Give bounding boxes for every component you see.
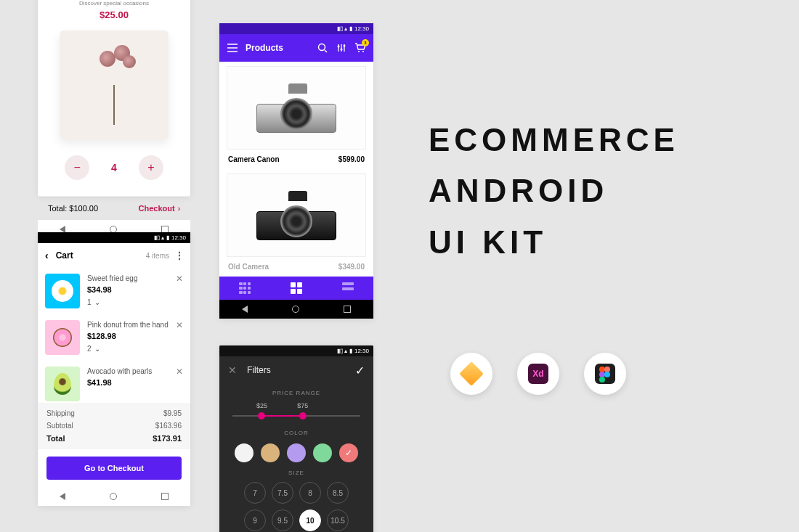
range-min-handle[interactable] [258, 412, 265, 420]
battery-icon: ▮ [166, 234, 169, 241]
cart-badge: 3 [362, 39, 369, 46]
size-option[interactable]: 7 [244, 482, 266, 504]
filters-screen: ▮▯ ▴ ▮ 12:30 ✕ Filters ✓ PRICE RANGE $25… [219, 345, 373, 532]
shipping-value: $9.95 [163, 409, 182, 417]
android-navbar [219, 300, 373, 319]
chevron-right-icon: › [178, 205, 180, 213]
signal-icon: ▮▯ ▴ [154, 234, 164, 241]
color-swatch[interactable] [313, 443, 332, 462]
size-option[interactable]: 8.5 [327, 482, 349, 504]
svg-point-4 [358, 51, 360, 52]
cart-item: Sweet fried egg $34.98 1⌄ ✕ [38, 268, 190, 314]
size-option[interactable]: 9.5 [272, 510, 293, 531]
product-detail-screen: Discover special occasions $25.00 − 4 + … [38, 0, 190, 196]
checkout-link[interactable]: Checkout› [139, 204, 180, 213]
chevron-down-icon: ⌄ [94, 298, 100, 306]
product-price: $349.00 [338, 263, 365, 271]
products-list-screen: ▮▯ ▴ ▮ 12:30 Products 3 Camera Canon$599… [219, 23, 373, 319]
product-image [227, 66, 366, 150]
decrement-button[interactable]: − [65, 155, 89, 180]
color-swatch[interactable] [261, 443, 280, 462]
signal-icon: ▮▯ ▴ [337, 348, 347, 354]
nav-home-icon[interactable] [292, 306, 299, 313]
remove-button[interactable]: ✕ [176, 274, 183, 284]
price-range-slider[interactable]: $25 $75 [232, 402, 360, 424]
apply-icon[interactable]: ✓ [355, 364, 365, 377]
status-time: 12:30 [171, 234, 186, 241]
back-icon[interactable]: ‹ [45, 250, 49, 261]
figma-chip [584, 353, 626, 395]
chevron-down-icon: ⌄ [94, 345, 100, 353]
nav-home-icon[interactable] [110, 493, 117, 500]
headline-l1: ECOMMERCE [429, 115, 679, 165]
product-image [60, 30, 169, 139]
status-time: 12:30 [354, 25, 369, 32]
camera-icon [256, 83, 336, 133]
list-icon[interactable] [342, 282, 354, 294]
qty-selector[interactable]: 1⌄ [87, 298, 169, 306]
nav-back-icon[interactable] [242, 306, 248, 313]
headline-l3: UI KIT [429, 217, 679, 268]
headline-l2: ANDROID [429, 165, 679, 216]
cart-screen: ▮▯ ▴ ▮ 12:30 ‹ Cart 4 items ⋮ Sweet frie… [38, 232, 190, 506]
svg-point-2 [341, 49, 343, 51]
remove-button[interactable]: ✕ [176, 320, 183, 330]
nav-recent-icon[interactable] [161, 493, 169, 500]
search-icon[interactable] [317, 42, 328, 54]
xd-icon: Xd [528, 364, 548, 384]
color-swatch[interactable] [339, 443, 358, 462]
product-image [227, 173, 366, 257]
figma-icon [595, 364, 615, 384]
svg-point-0 [319, 44, 325, 51]
grid-3-icon[interactable] [239, 282, 251, 294]
grid-2-icon[interactable] [291, 282, 302, 294]
qty-selector[interactable]: 2⌄ [87, 345, 169, 353]
total-value: $173.91 [153, 434, 182, 443]
more-icon[interactable]: ⋮ [175, 250, 183, 261]
range-min-label: $25 [256, 402, 267, 409]
filters-header: ✕ Filters ✓ [219, 356, 373, 384]
size-option[interactable]: 7.5 [272, 482, 293, 504]
item-thumb [45, 367, 80, 401]
svg-point-3 [344, 45, 346, 47]
shipping-label: Shipping [46, 409, 75, 417]
section-color-label: COLOR [219, 430, 373, 436]
product-name: Old Camera [228, 263, 269, 271]
color-swatch[interactable] [287, 443, 306, 462]
color-swatch[interactable] [235, 443, 254, 462]
range-max-handle[interactable] [299, 412, 307, 420]
size-option[interactable]: 9 [244, 510, 266, 531]
products-header: Products 3 [219, 34, 373, 62]
total-label: Total: $100.00 [48, 204, 98, 213]
cart-icon[interactable]: 3 [354, 42, 366, 54]
nav-recent-icon[interactable] [344, 306, 351, 313]
battery-icon: ▮ [349, 348, 352, 354]
item-count: 4 items [146, 252, 169, 260]
product-card[interactable]: Camera Canon$599.00 [219, 62, 373, 169]
increment-button[interactable]: + [139, 155, 163, 180]
remove-button[interactable]: ✕ [176, 367, 183, 377]
camera-icon [256, 191, 336, 240]
section-size-label: SIZE [219, 470, 373, 476]
item-name: Sweet fried egg [87, 274, 169, 283]
quantity-value: 4 [111, 162, 117, 173]
menu-icon[interactable] [227, 42, 238, 54]
color-swatches [219, 443, 373, 462]
cart-header: ‹ Cart 4 items ⋮ [38, 243, 190, 268]
size-option[interactable]: 10.5 [327, 510, 349, 531]
close-icon[interactable]: ✕ [228, 364, 237, 376]
sketch-icon [459, 361, 484, 386]
status-bar: ▮▯ ▴ ▮ 12:30 [219, 23, 373, 34]
size-option[interactable]: 10 [299, 510, 321, 531]
nav-back-icon[interactable] [60, 493, 65, 500]
promo-headline: ECOMMERCE ANDROID UI KIT [429, 115, 679, 268]
item-thumb [45, 274, 80, 308]
range-max-label: $75 [297, 402, 308, 409]
item-price: $34.98 [87, 285, 169, 294]
product-card[interactable]: Old Camera$349.00 [219, 169, 373, 277]
size-option[interactable]: 8 [299, 482, 321, 504]
filter-icon[interactable] [336, 42, 347, 54]
checkout-button[interactable]: Go to Checkout [46, 457, 182, 480]
android-navbar [38, 487, 190, 506]
cart-summary: Shipping$9.95 Subtotal$163.96 Total$173.… [38, 403, 190, 449]
